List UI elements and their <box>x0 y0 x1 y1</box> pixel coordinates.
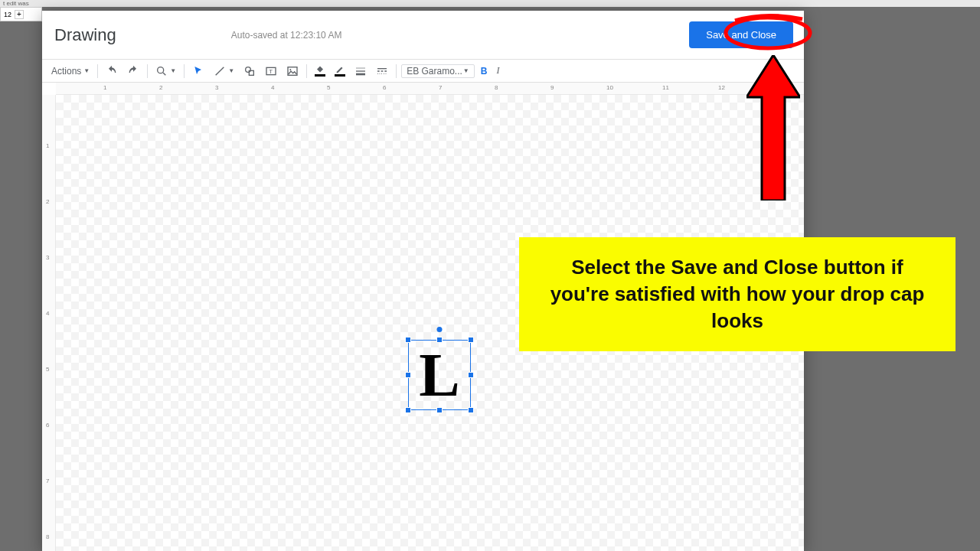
rotate-handle[interactable] <box>437 327 443 332</box>
background-font-size: 12 + <box>0 7 42 21</box>
actions-menu[interactable]: Actions▼ <box>48 64 93 78</box>
redo-button[interactable] <box>124 64 142 79</box>
svg-point-8 <box>289 69 291 70</box>
fill-color[interactable] <box>312 64 328 78</box>
font-family-select[interactable]: EB Garamo...▼ <box>401 64 475 78</box>
redo-icon <box>127 65 139 77</box>
selected-text-object[interactable]: L <box>408 340 471 410</box>
resize-handle-sw[interactable] <box>405 407 411 413</box>
dialog-header: Drawing Auto-saved at 12:23:10 AM Save a… <box>42 11 804 60</box>
undo-button[interactable] <box>103 64 121 79</box>
resize-handle-se[interactable] <box>468 407 474 413</box>
italic-button[interactable]: I <box>493 64 502 78</box>
resize-handle-e[interactable] <box>468 372 474 378</box>
svg-point-3 <box>246 67 251 72</box>
horizontal-ruler: 1 2 3 4 5 6 7 8 9 10 11 12 13 <box>56 83 804 95</box>
bold-button[interactable]: B <box>478 64 491 78</box>
cursor-icon <box>192 65 204 77</box>
drawing-toolbar: Actions▼ ▼ ▼ T <box>42 60 804 83</box>
svg-text:T: T <box>269 68 273 75</box>
line-icon <box>214 65 226 77</box>
dash-icon <box>376 65 388 77</box>
shape-icon <box>243 65 256 77</box>
textbox-tool[interactable]: T <box>262 64 280 79</box>
shape-tool[interactable] <box>240 64 259 79</box>
vertical-ruler: 1 2 3 4 5 6 7 8 <box>42 95 56 551</box>
resize-handle-n[interactable] <box>436 337 443 343</box>
background-edit-strip: t edit was <box>0 0 980 7</box>
border-weight[interactable] <box>351 64 370 79</box>
svg-line-1 <box>163 73 165 75</box>
zoom-menu[interactable]: ▼ <box>152 64 179 79</box>
border-color[interactable] <box>332 64 348 78</box>
dialog-title: Drawing <box>54 25 116 45</box>
resize-handle-nw[interactable] <box>405 337 411 343</box>
pencil-icon <box>335 65 345 74</box>
resize-handle-ne[interactable] <box>468 337 474 343</box>
resize-handle-w[interactable] <box>405 372 411 378</box>
weight-icon <box>354 65 367 77</box>
annotation-callout: Select the Save and Close button if you'… <box>519 237 956 351</box>
resize-handle-s[interactable] <box>436 407 443 413</box>
border-dash[interactable] <box>373 64 391 79</box>
svg-point-0 <box>158 67 164 73</box>
drop-cap-letter: L <box>419 344 459 406</box>
line-tool[interactable]: ▼ <box>211 64 237 79</box>
select-tool[interactable] <box>189 64 207 79</box>
fill-icon <box>315 65 325 74</box>
undo-icon <box>106 65 118 77</box>
image-tool[interactable] <box>283 64 302 79</box>
textbox-icon: T <box>265 65 277 77</box>
autosave-status: Auto-saved at 12:23:10 AM <box>231 30 342 41</box>
zoom-icon <box>155 65 168 77</box>
image-icon <box>286 65 299 77</box>
svg-line-2 <box>216 67 224 75</box>
save-and-close-button[interactable]: Save and Close <box>689 21 793 48</box>
svg-rect-7 <box>288 67 297 75</box>
